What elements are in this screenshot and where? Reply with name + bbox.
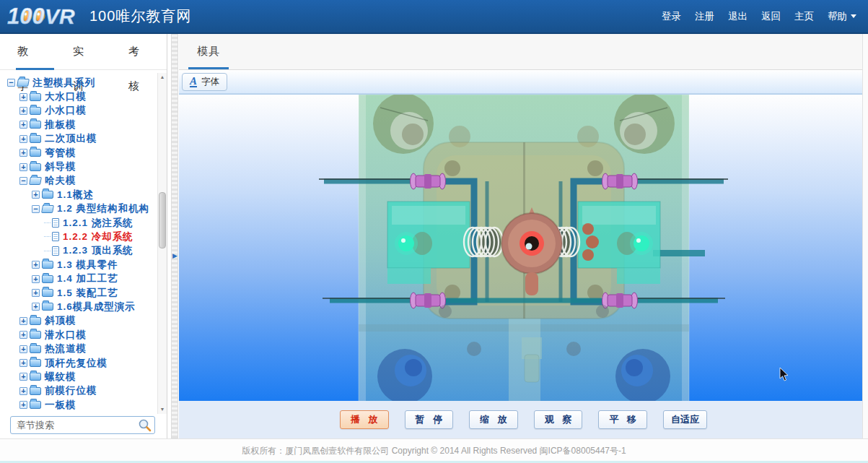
folder-icon <box>30 149 41 157</box>
tree-node-label: 哈夫模 <box>45 174 76 187</box>
expand-icon[interactable]: + <box>19 93 27 101</box>
tree-node-label: 1.2 典型结构和机构 <box>57 202 149 215</box>
logo-graphic: 100 VR <box>7 4 82 30</box>
font-button[interactable]: A 字体 <box>182 73 227 91</box>
content: 教 学实 训考 核 −注塑模具系列+大水口模+小水口模+推板模+二次顶出模+弯管… <box>0 34 868 438</box>
expand-icon[interactable]: + <box>32 191 40 199</box>
tab-mold[interactable]: 模具 <box>188 34 229 69</box>
folder-icon <box>30 359 41 367</box>
tree-node[interactable]: 1.2.1 浇注系统 <box>0 216 157 230</box>
collapse-icon[interactable]: − <box>7 79 15 87</box>
folder-icon <box>42 289 53 297</box>
folder-open-icon <box>29 177 42 185</box>
tree-node[interactable]: +弯管模 <box>0 146 157 160</box>
tree-node-label: 1.3 模具零件 <box>57 259 118 272</box>
play-button[interactable]: 播 放 <box>340 410 389 429</box>
folder-open-icon <box>17 79 30 87</box>
tree-node[interactable]: −1.2 典型结构和机构 <box>0 202 157 216</box>
tree-node[interactable]: +1.4 加工工艺 <box>0 272 157 285</box>
expand-icon[interactable]: + <box>19 149 27 157</box>
tree-node[interactable]: +1.3 模具零件 <box>0 258 157 272</box>
zoom-button[interactable]: 缩 放 <box>469 410 518 429</box>
tree-node[interactable]: +潜水口模 <box>0 328 157 342</box>
tree-node[interactable]: +螺纹模 <box>0 370 157 384</box>
tree-node[interactable]: +1.6模具成型演示 <box>0 300 157 313</box>
sidebar-tab-assessment[interactable]: 考 核 <box>127 34 167 69</box>
tree-node[interactable]: +1.5 装配工艺 <box>0 286 157 300</box>
pause-button[interactable]: 暂 停 <box>405 410 454 429</box>
tree-node[interactable]: +大水口模 <box>0 90 157 103</box>
expand-icon[interactable]: + <box>19 345 27 353</box>
nav-login[interactable]: 登录 <box>662 10 681 23</box>
tree-node[interactable]: +一板模 <box>0 398 157 412</box>
splitter-bar[interactable] <box>171 34 178 438</box>
tree-connector <box>44 236 51 237</box>
page: 100 VR 100唯尔教育网 登录注册退出返回主页帮助 教 学实 训考 核 −… <box>0 0 868 463</box>
tree-node-label: 前模行位模 <box>45 384 97 397</box>
expand-icon[interactable]: + <box>19 121 27 129</box>
expand-icon[interactable]: + <box>19 135 27 143</box>
autofit-button[interactable]: 自适应 <box>663 410 707 429</box>
nav-logout-label: 退出 <box>728 10 748 23</box>
tree-node[interactable]: +顶杆先复位模 <box>0 356 157 370</box>
splitter-collapse-icon[interactable]: ▶ <box>172 251 178 261</box>
tree-node-label: 弯管模 <box>45 147 76 160</box>
viewer-3d-canvas[interactable] <box>179 94 868 401</box>
nav-register[interactable]: 注册 <box>695 10 714 23</box>
viewer-toolbar: A 字体 <box>179 70 868 94</box>
tree-node-label: 斜顶模 <box>45 314 76 327</box>
nav-home[interactable]: 主页 <box>794 10 814 23</box>
folder-icon <box>30 401 41 409</box>
expand-icon[interactable]: + <box>19 359 27 367</box>
expand-icon[interactable]: + <box>32 275 40 283</box>
tree-node[interactable]: −注塑模具系列 <box>0 76 157 90</box>
tree-node[interactable]: +二次顶出模 <box>0 132 157 146</box>
folder-icon <box>30 107 41 115</box>
mouse-cursor-icon <box>779 368 789 382</box>
scrollbar-thumb[interactable] <box>159 192 166 248</box>
tree-node[interactable]: +斜导模 <box>0 160 157 173</box>
folder-icon <box>30 331 41 339</box>
document-icon <box>52 246 59 256</box>
expand-icon[interactable]: + <box>19 401 27 409</box>
expand-icon[interactable]: + <box>19 387 27 395</box>
sidebar-tab-training[interactable]: 实 训 <box>71 34 111 69</box>
observe-button[interactable]: 观 察 <box>534 410 583 429</box>
scroll-up-icon[interactable]: ▲ <box>158 73 167 82</box>
collapse-icon[interactable]: − <box>32 205 40 213</box>
nav-logout[interactable]: 退出 <box>728 10 748 23</box>
tree-node[interactable]: +斜顶模 <box>0 314 157 328</box>
expand-icon[interactable]: + <box>19 163 27 171</box>
expand-icon[interactable]: + <box>19 331 27 339</box>
nav-help[interactable]: 帮助 <box>828 10 856 23</box>
tree-scrollbar[interactable]: ▲ ▼ <box>157 73 167 414</box>
expand-icon[interactable]: + <box>19 107 27 115</box>
search-icon[interactable] <box>138 418 152 432</box>
expand-icon[interactable]: + <box>32 303 40 311</box>
expand-icon[interactable]: + <box>19 373 27 381</box>
tree-node[interactable]: −哈夫模 <box>0 174 157 188</box>
tree-node[interactable]: +1.1概述 <box>0 188 157 202</box>
expand-icon[interactable]: + <box>19 317 27 325</box>
nav-register-label: 注册 <box>695 10 714 23</box>
tree-node[interactable]: 1.2.2 冷却系统 <box>0 230 157 243</box>
search-input[interactable] <box>10 416 155 434</box>
collapse-icon[interactable]: − <box>19 177 27 185</box>
tree-node[interactable]: +推板模 <box>0 118 157 131</box>
folder-icon <box>30 317 41 325</box>
expand-icon[interactable]: + <box>32 261 40 269</box>
tree-node[interactable]: +热流道模 <box>0 342 157 355</box>
folder-icon <box>42 191 53 199</box>
pan-button[interactable]: 平 移 <box>598 410 647 429</box>
folder-icon <box>42 275 53 283</box>
search-row <box>10 416 155 434</box>
expand-icon[interactable]: + <box>32 289 40 297</box>
tree-node[interactable]: +前模行位模 <box>0 384 157 398</box>
tree-node[interactable]: 1.2.3 顶出系统 <box>0 244 157 258</box>
tree-node-label: 1.4 加工工艺 <box>57 272 118 285</box>
sidebar-tab-teaching[interactable]: 教 学 <box>16 34 56 69</box>
nav-home-label: 主页 <box>794 10 814 23</box>
tree-node[interactable]: +小水口模 <box>0 104 157 118</box>
nav-back[interactable]: 返回 <box>761 10 781 23</box>
scroll-down-icon[interactable]: ▼ <box>158 405 167 414</box>
